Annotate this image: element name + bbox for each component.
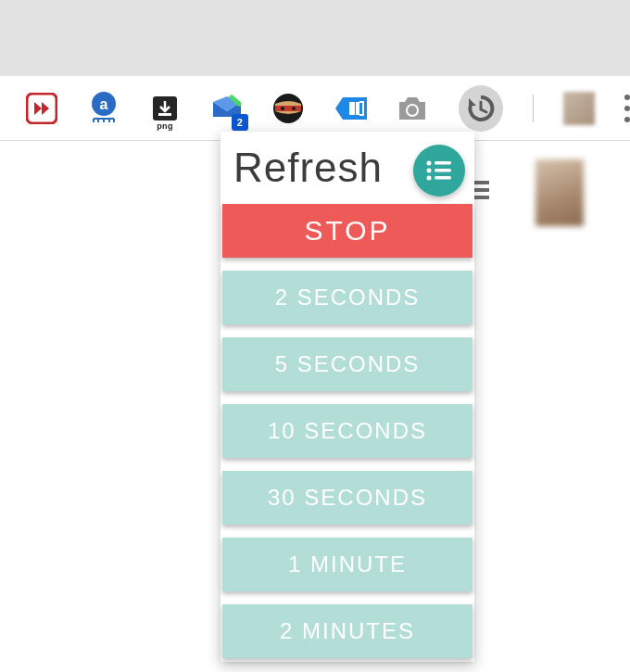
svg-point-17 <box>427 176 432 181</box>
svg-point-12 <box>408 106 417 115</box>
svg-rect-18 <box>435 176 451 180</box>
refresh-popup: Refresh STOP 2 SECONDS 5 SECONDS 10 SECO… <box>220 132 474 662</box>
fast-forward-icon[interactable] <box>26 92 57 125</box>
png-label: png <box>149 121 181 131</box>
list-icon <box>425 159 453 182</box>
svg-text:a: a <box>99 96 107 112</box>
messenger-badge: 2 <box>232 114 248 131</box>
messenger-icon[interactable]: 2 <box>210 92 242 125</box>
tag-icon[interactable] <box>334 92 367 125</box>
profile-avatar-large[interactable] <box>536 159 584 226</box>
popup-header: Refresh <box>220 132 474 202</box>
toolbar-separator <box>533 95 534 122</box>
svg-rect-14 <box>435 161 451 165</box>
overflow-menu-icon[interactable] <box>624 95 630 122</box>
svg-rect-10 <box>356 102 359 115</box>
camera-icon[interactable] <box>397 92 428 125</box>
svg-point-13 <box>427 161 432 166</box>
stop-button[interactable]: STOP <box>222 204 472 258</box>
interval-button[interactable]: 5 SECONDS <box>222 337 472 391</box>
interval-button[interactable]: 30 SECONDS <box>222 471 472 525</box>
svg-rect-9 <box>349 102 355 115</box>
ninja-icon[interactable] <box>272 92 304 125</box>
history-icon[interactable] <box>459 85 503 132</box>
list-fab-button[interactable] <box>413 145 465 197</box>
svg-rect-16 <box>435 169 451 172</box>
interval-button[interactable]: 10 SECONDS <box>222 404 472 458</box>
download-png-icon[interactable]: png <box>149 92 181 125</box>
svg-rect-4 <box>158 113 171 116</box>
svg-rect-6 <box>275 106 301 111</box>
amazon-assistant-icon[interactable]: a <box>87 92 119 125</box>
profile-avatar-small[interactable] <box>563 92 595 125</box>
svg-point-15 <box>427 169 432 173</box>
svg-point-7 <box>281 107 284 110</box>
svg-point-8 <box>292 107 296 110</box>
interval-button[interactable]: 1 MINUTE <box>222 538 472 591</box>
interval-button[interactable]: 2 SECONDS <box>222 271 472 324</box>
browser-chrome-top <box>0 0 630 76</box>
interval-button[interactable]: 2 MINUTES <box>222 604 472 658</box>
